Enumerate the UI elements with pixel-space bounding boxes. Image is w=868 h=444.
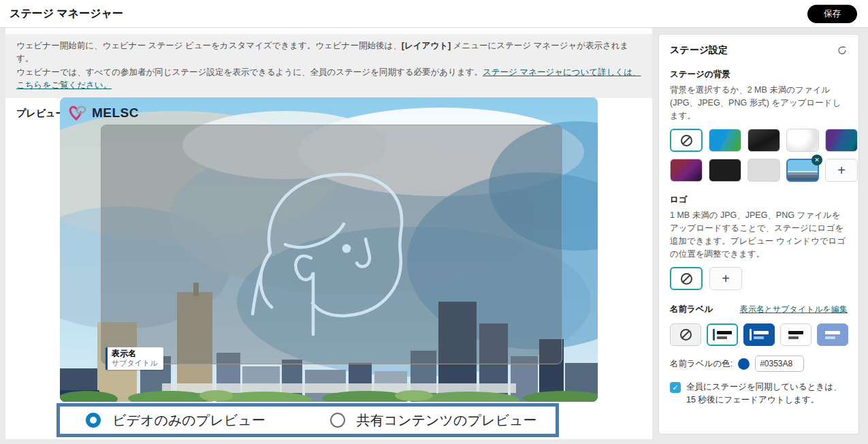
name-label-color-input[interactable]: [755, 355, 804, 372]
melsc-heart-icon: [68, 104, 89, 122]
bg-thumb-dark-wave[interactable]: [748, 129, 780, 152]
label-style-none[interactable]: [670, 323, 701, 346]
edit-display-name-link[interactable]: 表示名とサブタイトルを編集: [740, 304, 848, 315]
video-frame[interactable]: [101, 125, 562, 364]
bg-thumb-none[interactable]: [670, 129, 703, 152]
radio-video-only-label: ビデオのみのプレビュー: [112, 411, 266, 430]
stage-preview: MELSC 表示名 サブタイトル: [60, 97, 598, 402]
page-title: ステージ マネージャー: [10, 7, 123, 21]
color-swatch[interactable]: [738, 358, 750, 370]
person-placeholder-icon: [229, 149, 434, 340]
plus-icon: +: [837, 163, 846, 177]
fadeout-checkbox-label: 全員にステージを同期しているときは、15 秒後にフェードアウトします。: [686, 381, 848, 407]
radio-shared-content-label: 共有コンテンツのプレビュー: [357, 411, 537, 430]
label-style-translucent[interactable]: [817, 323, 848, 346]
settings-title: ステージ設定: [670, 44, 728, 57]
name-tag-subtitle: サブタイトル: [112, 359, 158, 368]
label-style-leftbar-blue-icon: [750, 329, 769, 340]
logo-section-description: 1 MB 未満の JPG、JPEG、PNG ファイルをアップロードすることで、ス…: [670, 209, 848, 260]
main-panel: ウェビナー開始前に、ウェビナー ステージ ビューをカスタマイズできます。ウェビナ…: [5, 28, 652, 439]
bg-thumb-city-photo[interactable]: ✕: [786, 159, 819, 182]
bg-thumb-white-fabric[interactable]: [786, 129, 819, 152]
radio-unselected-icon[interactable]: [330, 413, 345, 428]
bg-thumb-light-gray[interactable]: [748, 159, 780, 182]
bg-thumb-purple-teal-gradient[interactable]: [825, 129, 858, 152]
label-style-leftbar-white-icon: [713, 329, 732, 340]
no-background-icon: [681, 135, 692, 146]
name-label-section-heading: 名前ラベル: [670, 304, 713, 315]
fadeout-checkbox[interactable]: ✓: [670, 382, 681, 393]
banner-line1: ウェビナー開始前に、ウェビナー ステージ ビューをカスタマイズできます。ウェビナ…: [16, 41, 402, 50]
name-tag-display-name: 表示名: [112, 349, 158, 359]
logo-upload-button[interactable]: +: [709, 267, 742, 290]
stage-logo-text: MELSC: [92, 106, 139, 121]
plus-icon: +: [722, 272, 730, 285]
name-label-color-label: 名前ラベルの色:: [670, 358, 733, 370]
description-banner: ウェビナー開始前に、ウェビナー ステージ ビューをカスタマイズできます。ウェビナ…: [5, 34, 652, 98]
stage-logo[interactable]: MELSC: [68, 104, 139, 122]
preview-mode-radio-group: ビデオのみのプレビュー 共有コンテンツのプレビュー: [57, 403, 559, 437]
label-style-leftbar-blue[interactable]: [743, 323, 775, 346]
radio-selected-icon[interactable]: [86, 413, 101, 428]
logo-thumb-none[interactable]: [670, 267, 703, 290]
bg-thumb-magenta-gradient[interactable]: [670, 159, 703, 182]
refresh-icon[interactable]: [837, 45, 848, 56]
stage-settings-panel: ステージ設定 ステージの背景 背景を選択するか、2 MB 未満のファイル (JP…: [658, 34, 859, 434]
label-style-translucent-icon: [825, 331, 840, 339]
background-section-heading: ステージの背景: [670, 69, 848, 80]
top-bar: ステージ マネージャー 保存: [0, 0, 868, 28]
preview-heading: プレビュー: [16, 108, 65, 120]
radio-video-only[interactable]: ビデオのみのプレビュー: [86, 411, 266, 430]
bg-upload-button[interactable]: +: [825, 159, 858, 182]
label-style-text-only[interactable]: [780, 323, 811, 346]
label-style-leftbar-white[interactable]: [707, 323, 738, 346]
bg-thumb-black[interactable]: [709, 159, 741, 182]
no-label-icon: [680, 329, 692, 340]
name-tag[interactable]: 表示名 サブタイトル: [106, 347, 163, 370]
radio-shared-content[interactable]: 共有コンテンツのプレビュー: [330, 411, 537, 430]
label-style-text-only-icon: [788, 331, 803, 339]
save-button[interactable]: 保存: [807, 5, 857, 23]
bg-thumb-blue-green-gradient[interactable]: [709, 129, 741, 152]
no-logo-icon: [681, 273, 692, 285]
background-section-description: 背景を選択するか、2 MB 未満のファイル (JPG、JPEG、PNG 形式) …: [670, 84, 848, 122]
remove-background-icon[interactable]: ✕: [811, 155, 822, 165]
banner-layout-menu: [レイアウト]: [402, 41, 451, 50]
banner-line2: ウェビナーでは、すべての参加者が同じステージ設定を表示できるように、全員のステー…: [16, 67, 483, 77]
logo-section-heading: ロゴ: [670, 194, 848, 206]
